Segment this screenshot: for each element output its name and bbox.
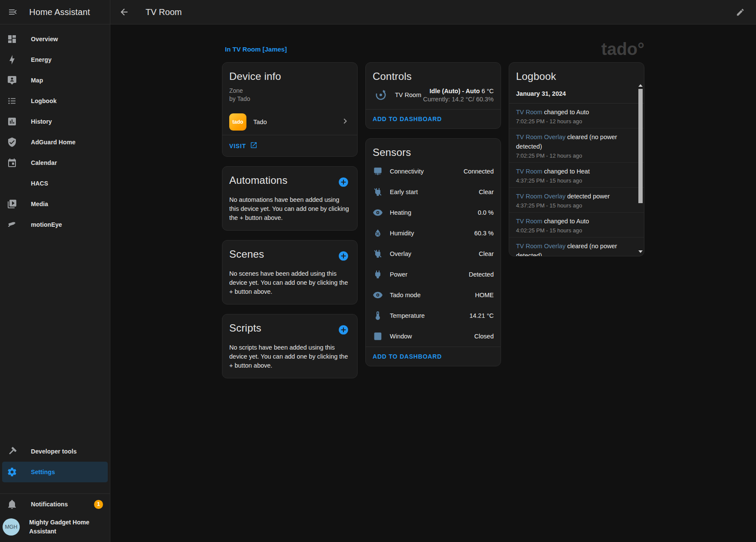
avatar: MGH <box>3 518 20 536</box>
scrollbar-up-arrow[interactable] <box>638 84 643 87</box>
sensors-card: Sensors Connectivity Connected Early sta… <box>365 138 501 366</box>
sidebar-item-calendar[interactable]: Calendar <box>0 152 110 173</box>
logbook-entity-link[interactable]: TV Room Overlay <box>516 243 565 250</box>
arrow-left-icon <box>119 7 129 17</box>
plus-circle-icon <box>338 330 349 337</box>
logbook-timestamp: 4:37:25 PM - 15 hours ago <box>516 177 637 184</box>
area-link[interactable]: In TV Room [James] <box>222 46 287 53</box>
sidebar-toggle-button[interactable] <box>6 5 20 19</box>
logbook-scrollbar[interactable] <box>638 84 643 253</box>
hammer-icon <box>7 446 17 457</box>
sidebar-item-overview[interactable]: Overview <box>0 29 110 49</box>
scrollbar-down-arrow[interactable] <box>638 250 643 253</box>
scripts-empty-text: No scripts have been added using this de… <box>222 340 357 378</box>
logbook-entity-link[interactable]: TV Room <box>516 168 542 175</box>
pencil-icon <box>736 8 745 17</box>
back-button[interactable] <box>117 5 131 19</box>
user-profile[interactable]: MGH Mighty Gadget Home Assistant <box>0 515 110 542</box>
sensor-row-power[interactable]: Power Detected <box>366 264 501 285</box>
list-icon <box>7 96 17 106</box>
sensors-title: Sensors <box>366 139 501 161</box>
logbook-timestamp: 4:02:25 PM - 15 hours ago <box>516 227 637 234</box>
cctv-icon <box>7 219 17 230</box>
plus-circle-icon <box>338 183 349 189</box>
logbook-entity-link[interactable]: TV Room Overlay <box>516 134 565 140</box>
sidebar-item-developer-tools[interactable]: Developer tools <box>0 441 110 462</box>
device-info-title: Device info <box>222 63 357 85</box>
climate-state-text: Idle (Auto) - Auto <box>430 88 480 94</box>
power-plug-off-icon <box>373 187 383 197</box>
climate-current-readings: Currently: 14.2 °C/ 60.3% <box>423 96 494 103</box>
visit-button[interactable]: VISIT <box>229 141 258 150</box>
page-title: TV Room <box>146 7 734 17</box>
add-script-button[interactable] <box>337 323 350 338</box>
open-in-new-icon <box>250 141 258 150</box>
sensor-row-temperature[interactable]: Temperature 14.21 °C <box>366 305 501 326</box>
integration-label: Tado <box>253 119 340 125</box>
lightning-bolt-icon <box>7 55 17 65</box>
integration-row-tado[interactable]: tado Tado <box>222 110 357 135</box>
plus-circle-icon <box>338 256 349 263</box>
window-closed-icon <box>373 331 383 341</box>
tooltip-account-icon <box>7 75 17 85</box>
main-area: TV Room In TV Room [James] tado° Device … <box>110 0 756 542</box>
automations-card: Automations No automations have been add… <box>222 166 358 231</box>
power-plug-off-icon <box>373 249 383 259</box>
sidebar-item-map[interactable]: Map <box>0 70 110 91</box>
logbook-entity-link[interactable]: TV Room <box>516 109 542 116</box>
sensor-row-tado-mode[interactable]: Tado mode HOME <box>366 285 501 305</box>
controls-add-to-dashboard-button[interactable]: ADD TO DASHBOARD <box>373 116 442 122</box>
sensor-row-window[interactable]: Window Closed <box>366 326 501 347</box>
toolbar: TV Room <box>110 0 756 24</box>
eye-icon <box>373 290 383 300</box>
sidebar-item-adguard-home[interactable]: AdGuard Home <box>0 132 110 152</box>
menu-open-icon <box>8 7 18 17</box>
add-scene-button[interactable] <box>337 249 350 264</box>
logbook-entry: TV Room changed to Heat 4:37:25 PM - 15 … <box>509 163 644 188</box>
sensor-row-early-start[interactable]: Early start Clear <box>366 182 501 202</box>
sidebar-item-history[interactable]: History <box>0 111 110 132</box>
notification-count-badge: 1 <box>94 500 103 509</box>
gear-icon <box>7 467 17 477</box>
logbook-timestamp: 7:02:25 PM - 12 hours ago <box>516 118 637 125</box>
logbook-entry: TV Room Overlay cleared (no power detect… <box>509 128 644 163</box>
climate-state: Idle (Auto) - Auto 6 °C Currently: 14.2 … <box>423 88 494 103</box>
scrollbar-thumb[interactable] <box>638 89 643 203</box>
logbook-entry: TV Room changed to Auto 4:02:25 PM - 15 … <box>509 213 644 238</box>
sidebar-item-motioneye[interactable]: motionEye <box>0 214 110 235</box>
climate-entity-row[interactable]: TV Room Idle (Auto) - Auto 6 °C Currentl… <box>366 85 501 109</box>
sensors-add-to-dashboard-button[interactable]: ADD TO DASHBOARD <box>373 353 442 360</box>
logbook-entry: TV Room changed to Auto 7:02:25 PM - 12 … <box>509 104 644 128</box>
thermometer-icon <box>373 311 383 321</box>
power-plug-icon <box>373 269 383 280</box>
logbook-date: January 31, 2024 <box>509 85 644 104</box>
scenes-title: Scenes <box>229 248 264 260</box>
column-device: Device info Zone by Tado tado Tado <box>222 62 358 378</box>
device-page-content: In TV Room [James] tado° Device info Zon… <box>110 24 756 542</box>
sidebar-item-settings[interactable]: Settings <box>2 462 108 482</box>
logbook-timestamp: 7:02:25 PM - 12 hours ago <box>516 152 637 159</box>
sidebar-item-logbook[interactable]: Logbook <box>0 91 110 111</box>
bell-icon <box>7 499 17 509</box>
eye-icon <box>373 207 383 218</box>
chart-box-icon <box>7 116 17 127</box>
sensor-row-humidity[interactable]: Humidity 60.3 % <box>366 223 501 244</box>
sensor-row-overlay[interactable]: Overlay Clear <box>366 244 501 264</box>
sidebar-item-energy[interactable]: Energy <box>0 49 110 70</box>
logbook-title: Logbook <box>509 63 644 85</box>
sensor-row-heating[interactable]: Heating 0.0 % <box>366 202 501 223</box>
sidebar-item-media[interactable]: Media <box>0 194 110 214</box>
edit-device-button[interactable] <box>734 6 747 18</box>
logbook-entity-link[interactable]: TV Room Overlay <box>516 193 565 200</box>
logbook-entity-link[interactable]: TV Room <box>516 218 542 225</box>
user-name: Mighty Gadget Home Assistant <box>29 518 94 536</box>
sensor-row-connectivity[interactable]: Connectivity Connected <box>366 161 501 182</box>
sidebar-item-notifications[interactable]: Notifications 1 <box>0 494 110 515</box>
add-automation-button[interactable] <box>337 175 350 190</box>
column-entities: Controls <box>365 62 501 366</box>
sidebar-item-hacs[interactable]: HACS <box>0 173 110 194</box>
scripts-title: Scripts <box>229 322 261 334</box>
hacs-icon <box>7 178 17 189</box>
automations-empty-text: No automations have been added using thi… <box>222 192 357 230</box>
app-window: Home Assistant Overview Energy Map Logbo… <box>0 0 756 542</box>
